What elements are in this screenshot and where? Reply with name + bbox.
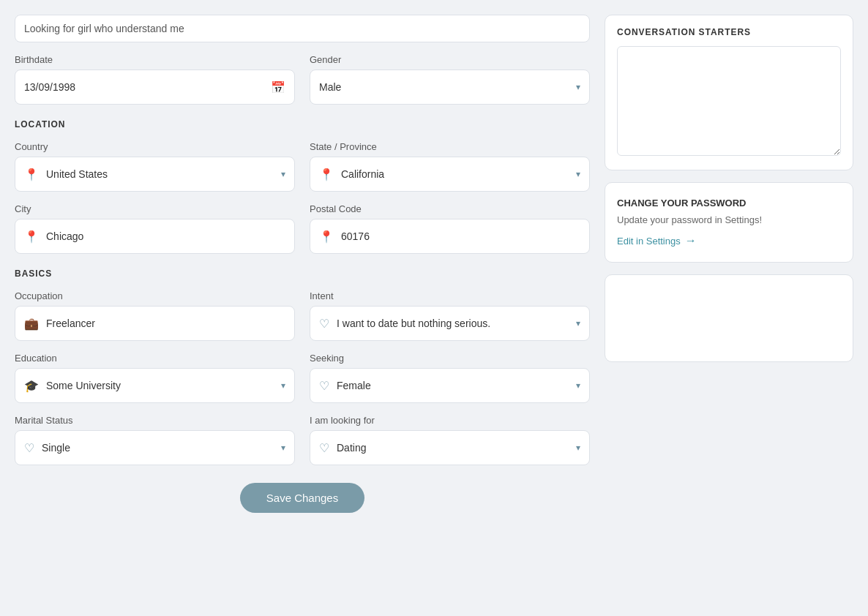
- city-input[interactable]: [46, 230, 285, 242]
- save-button-wrapper: Save Changes: [15, 483, 590, 513]
- gender-label: Gender: [310, 54, 590, 65]
- gender-chevron-icon: ▾: [576, 82, 580, 92]
- state-select[interactable]: California Texas New York: [341, 168, 569, 180]
- intent-group: Intent ♡ I want to date but nothing seri…: [310, 290, 590, 341]
- marital-heart-icon: ♡: [24, 441, 34, 455]
- birthdate-input[interactable]: [24, 81, 263, 93]
- education-seeking-row: Education 🎓 Some University High School …: [15, 353, 590, 403]
- marital-select[interactable]: Single Divorced Widowed: [42, 442, 274, 454]
- location-section-header: LOCATION: [15, 119, 590, 129]
- calendar-icon[interactable]: 📅: [271, 80, 285, 94]
- arrow-right-icon: →: [685, 234, 697, 247]
- state-group: State / Province 📍 California Texas New …: [310, 141, 590, 192]
- seeking-chevron-icon: ▾: [576, 380, 580, 391]
- change-password-description: Update your password in Settings!: [617, 214, 841, 225]
- postal-label: Postal Code: [310, 203, 590, 214]
- occupation-intent-row: Occupation 💼 Intent ♡ I want to date but…: [15, 290, 590, 341]
- edit-settings-link[interactable]: Edit in Settings →: [617, 234, 841, 247]
- state-pin-icon: 📍: [319, 168, 334, 181]
- gender-input-wrapper: Male Female Other ▾: [310, 70, 590, 105]
- conversation-starters-panel: CONVERSATION STARTERS: [605, 15, 853, 170]
- city-group: City 📍: [15, 203, 295, 254]
- occupation-input[interactable]: [46, 318, 285, 329]
- change-password-title: CHANGE YOUR PASSWORD: [617, 198, 841, 209]
- conversation-starters-textarea[interactable]: [617, 46, 841, 156]
- side-column: CONVERSATION STARTERS CHANGE YOUR PASSWO…: [605, 15, 853, 513]
- occupation-input-wrapper: 💼: [15, 306, 295, 341]
- city-pin-icon: 📍: [24, 230, 39, 244]
- seeking-group: Seeking ♡ Female Male Any ▾: [310, 353, 590, 403]
- intent-label: Intent: [310, 290, 590, 301]
- basics-section-header: BASICS: [15, 268, 590, 279]
- graduation-icon: 🎓: [24, 379, 39, 393]
- looking-for-label: I am looking for: [310, 415, 590, 426]
- gender-select[interactable]: Male Female Other: [319, 81, 569, 93]
- conversation-starters-title: CONVERSATION STARTERS: [617, 27, 841, 37]
- education-chevron-icon: ▾: [281, 380, 285, 391]
- postal-input-wrapper: 📍: [310, 219, 590, 254]
- country-label: Country: [15, 141, 295, 152]
- location-section: LOCATION Country 📍 United States Canada …: [15, 116, 590, 266]
- marital-looking-row: Marital Status ♡ Single Divorced Widowed…: [15, 415, 590, 465]
- birthdate-group: Birthdate 📅: [15, 54, 295, 105]
- change-password-panel: CHANGE YOUR PASSWORD Update your passwor…: [605, 182, 853, 263]
- country-pin-icon: 📍: [24, 168, 39, 181]
- country-select[interactable]: United States Canada United Kingdom: [46, 168, 274, 180]
- looking-for-input-wrapper: ♡ Dating Friendship Serious Relationship…: [310, 430, 590, 465]
- birthdate-input-wrapper: 📅: [15, 70, 295, 105]
- postal-input[interactable]: [341, 230, 580, 242]
- marital-label: Marital Status: [15, 415, 295, 426]
- looking-for-chevron-icon: ▾: [576, 443, 580, 453]
- gender-group: Gender Male Female Other ▾: [310, 54, 590, 105]
- city-label: City: [15, 203, 295, 214]
- state-input-wrapper: 📍 California Texas New York ▾: [310, 157, 590, 192]
- intent-select[interactable]: I want to date but nothing serious. Look…: [337, 318, 569, 329]
- intent-chevron-icon: ▾: [576, 318, 580, 328]
- education-group: Education 🎓 Some University High School …: [15, 353, 295, 403]
- marital-input-wrapper: ♡ Single Divorced Widowed ▾: [15, 430, 295, 465]
- country-chevron-icon: ▾: [281, 169, 285, 179]
- education-label: Education: [15, 353, 295, 364]
- state-label: State / Province: [310, 141, 590, 152]
- birthdate-label: Birthdate: [15, 54, 295, 65]
- intent-heart-icon: ♡: [319, 317, 329, 331]
- seeking-label: Seeking: [310, 353, 590, 364]
- birthdate-gender-row: Birthdate 📅 Gender Male Female Other ▾: [15, 54, 590, 105]
- looking-for-select[interactable]: Dating Friendship Serious Relationship: [337, 442, 569, 454]
- seeking-input-wrapper: ♡ Female Male Any ▾: [310, 368, 590, 403]
- city-input-wrapper: 📍: [15, 219, 295, 254]
- marital-chevron-icon: ▾: [281, 443, 285, 453]
- bio-text: Looking for girl who understand me: [24, 23, 184, 34]
- city-postal-row: City 📍 Postal Code 📍: [15, 203, 590, 254]
- occupation-group: Occupation 💼: [15, 290, 295, 341]
- marital-group: Marital Status ♡ Single Divorced Widowed…: [15, 415, 295, 465]
- seeking-select[interactable]: Female Male Any: [337, 380, 569, 391]
- briefcase-icon: 💼: [24, 317, 39, 331]
- intent-input-wrapper: ♡ I want to date but nothing serious. Lo…: [310, 306, 590, 341]
- extra-side-panel: [605, 274, 853, 362]
- looking-for-group: I am looking for ♡ Dating Friendship Ser…: [310, 415, 590, 465]
- edit-settings-label: Edit in Settings: [617, 236, 681, 247]
- country-input-wrapper: 📍 United States Canada United Kingdom ▾: [15, 157, 295, 192]
- state-chevron-icon: ▾: [576, 169, 580, 179]
- occupation-label: Occupation: [15, 290, 295, 301]
- seeking-heart-icon: ♡: [319, 379, 329, 393]
- country-state-row: Country 📍 United States Canada United Ki…: [15, 141, 590, 192]
- bio-field: Looking for girl who understand me: [15, 15, 590, 42]
- country-group: Country 📍 United States Canada United Ki…: [15, 141, 295, 192]
- education-select[interactable]: Some University High School College: [46, 380, 274, 391]
- save-button[interactable]: Save Changes: [240, 483, 364, 513]
- postal-group: Postal Code 📍: [310, 203, 590, 254]
- basics-section: BASICS Occupation 💼 Intent ♡ I want to d: [15, 266, 590, 477]
- education-input-wrapper: 🎓 Some University High School College ▾: [15, 368, 295, 403]
- looking-for-heart-icon: ♡: [319, 441, 329, 455]
- postal-pin-icon: 📍: [319, 230, 334, 244]
